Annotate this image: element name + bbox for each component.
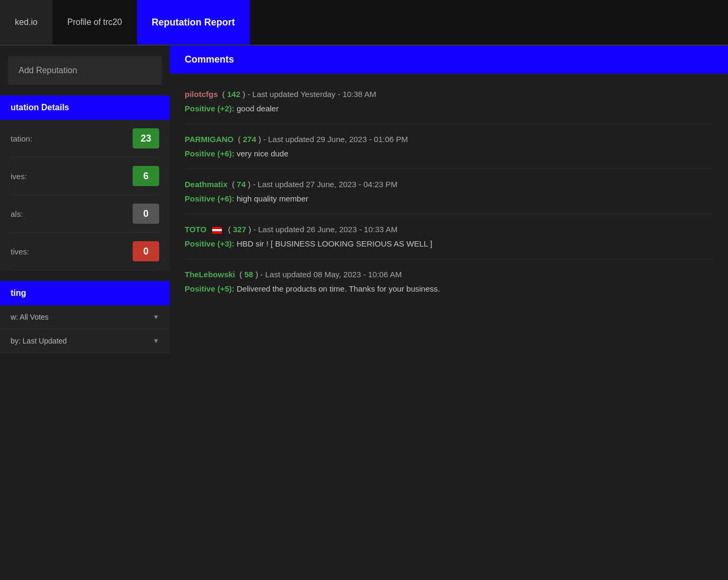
negatives-label: tives: bbox=[11, 247, 29, 256]
comment-body-4: Positive (+3): HBD sir ! [ BUSINESS LOOK… bbox=[185, 239, 713, 248]
comments-list: pilotcfgs ( 142 ) - Last updated Yesterd… bbox=[170, 74, 728, 309]
comment-block-3: Deathmatix ( 74 ) - Last updated 27 June… bbox=[185, 169, 713, 214]
comment-meta-3: Deathmatix ( 74 ) - Last updated 27 June… bbox=[185, 180, 713, 189]
comments-header-label: Comments bbox=[185, 54, 234, 65]
commenter-name-4[interactable]: TOTO bbox=[185, 225, 206, 234]
show-votes-filter[interactable]: w: All Votes ▼ bbox=[0, 305, 170, 329]
comment-date-4: - Last updated 26 June, 2023 - 10:33 AM bbox=[253, 225, 397, 234]
flag-icon bbox=[212, 227, 222, 234]
commenter-score-1: 142 bbox=[227, 90, 240, 99]
detail-row-reputation: tation: 23 bbox=[11, 120, 159, 157]
comment-text-4: HBD sir ! [ BUSINESS LOOKING SERIOUS AS … bbox=[237, 239, 432, 248]
comment-block-2: PARMIGANO ( 274 ) - Last updated 29 June… bbox=[185, 124, 713, 169]
reputation-label: tation: bbox=[11, 134, 32, 143]
comment-body-2: Positive (+6): very nice dude bbox=[185, 149, 713, 158]
chevron-down-icon: ▼ bbox=[153, 313, 159, 321]
vote-label-5: Positive (+5): bbox=[185, 284, 235, 293]
nav-item-profile[interactable]: Profile of trc20 bbox=[53, 0, 137, 45]
detail-row-positives: ives: 6 bbox=[11, 157, 159, 195]
comment-date-3: - Last updated 27 June, 2023 - 04:23 PM bbox=[253, 180, 397, 189]
nav-item-reputation[interactable]: Reputation Report bbox=[137, 0, 250, 45]
comment-meta-4: TOTO ( 327 ) - Last updated 26 June, 202… bbox=[185, 225, 713, 234]
negatives-badge: 0 bbox=[133, 241, 159, 261]
vote-label-4: Positive (+3): bbox=[185, 239, 235, 248]
comments-header: Comments bbox=[170, 46, 728, 74]
comment-body-1: Positive (+2): good dealer bbox=[185, 104, 713, 113]
reputation-badge: 23 bbox=[133, 128, 159, 148]
vote-label-3: Positive (+6): bbox=[185, 194, 235, 203]
add-reputation-button[interactable]: Add Reputation bbox=[8, 56, 162, 85]
comment-block-5: TheLebowski ( 58 ) - Last updated 08 May… bbox=[185, 259, 713, 304]
sort-by-label: by: Last Updated bbox=[11, 337, 67, 345]
vote-label-2: Positive (+6): bbox=[185, 149, 235, 158]
comment-text-5: Delivered the products on time. Thanks f… bbox=[237, 284, 440, 293]
detail-row-neutrals: als: 0 bbox=[11, 195, 159, 233]
positives-badge: 6 bbox=[133, 166, 159, 186]
filtering-section: ting w: All Votes ▼ by: Last Updated ▼ bbox=[0, 281, 170, 353]
comment-body-5: Positive (+5): Delivered the products on… bbox=[185, 284, 713, 293]
positives-label: ives: bbox=[11, 172, 27, 181]
chevron-down-icon-2: ▼ bbox=[153, 337, 159, 345]
comment-date-1: - Last updated Yesterday - 10:38 AM bbox=[247, 90, 376, 99]
comment-block-4: TOTO ( 327 ) - Last updated 26 June, 202… bbox=[185, 214, 713, 259]
comment-text-1: good dealer bbox=[237, 104, 279, 113]
comment-text-3: high quality member bbox=[237, 194, 308, 203]
top-nav: ked.io Profile of trc20 Reputation Repor… bbox=[0, 0, 728, 46]
comment-text-2: very nice dude bbox=[237, 149, 289, 158]
commenter-name-5[interactable]: TheLebowski bbox=[185, 270, 235, 279]
commenter-score-2: 274 bbox=[243, 135, 256, 144]
commenter-score-5: 58 bbox=[245, 270, 254, 279]
neutrals-badge: 0 bbox=[133, 204, 159, 224]
comment-body-3: Positive (+6): high quality member bbox=[185, 194, 713, 203]
filtering-header: ting bbox=[0, 281, 170, 305]
comment-block-1: pilotcfgs ( 142 ) - Last updated Yesterd… bbox=[185, 79, 713, 124]
reputation-details: tation: 23 ives: 6 als: 0 tives: 0 bbox=[0, 120, 170, 270]
content-area: Comments pilotcfgs ( 142 ) - Last update… bbox=[170, 46, 728, 580]
commenter-score-3: 74 bbox=[237, 180, 246, 189]
comment-meta-2: PARMIGANO ( 274 ) - Last updated 29 June… bbox=[185, 135, 713, 144]
detail-row-negatives: tives: 0 bbox=[11, 233, 159, 270]
show-votes-label: w: All Votes bbox=[11, 313, 49, 321]
commenter-name-1[interactable]: pilotcfgs bbox=[185, 90, 218, 99]
main-layout: Add Reputation utation Details tation: 2… bbox=[0, 46, 728, 580]
sort-by-filter[interactable]: by: Last Updated ▼ bbox=[0, 329, 170, 353]
nav-item-tracked[interactable]: ked.io bbox=[0, 0, 53, 45]
neutrals-label: als: bbox=[11, 209, 23, 218]
reputation-details-header: utation Details bbox=[0, 95, 170, 120]
commenter-name-3[interactable]: Deathmatix bbox=[185, 180, 228, 189]
sidebar: Add Reputation utation Details tation: 2… bbox=[0, 46, 170, 580]
comment-meta-5: TheLebowski ( 58 ) - Last updated 08 May… bbox=[185, 270, 713, 279]
comment-meta-1: pilotcfgs ( 142 ) - Last updated Yesterd… bbox=[185, 90, 713, 99]
vote-label-1: Positive (+2): bbox=[185, 104, 235, 113]
commenter-score-4: 327 bbox=[233, 225, 246, 234]
comment-date-2: - Last updated 29 June, 2023 - 01:06 PM bbox=[263, 135, 408, 144]
commenter-name-2[interactable]: PARMIGANO bbox=[185, 135, 233, 144]
comment-date-5: - Last updated 08 May, 2023 - 10:06 AM bbox=[261, 270, 402, 279]
